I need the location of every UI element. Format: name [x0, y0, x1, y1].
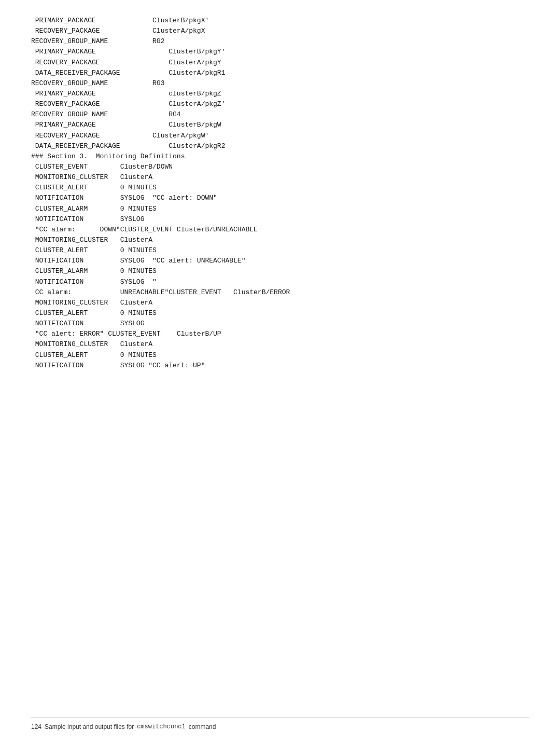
page-footer: 124 Sample input and output files for cm… — [31, 717, 529, 730]
footer-suffix: command — [189, 723, 216, 730]
code-content: PRIMARY_PACKAGE ClusterB/pkgX' RECOVERY_… — [31, 16, 529, 371]
page-container: PRIMARY_PACKAGE ClusterB/pkgX' RECOVERY_… — [0, 0, 560, 412]
footer-text: Sample input and output files for — [45, 723, 134, 730]
footer-page-number: 124 — [31, 723, 41, 730]
footer-command: cmswitchconc1 — [137, 723, 186, 730]
